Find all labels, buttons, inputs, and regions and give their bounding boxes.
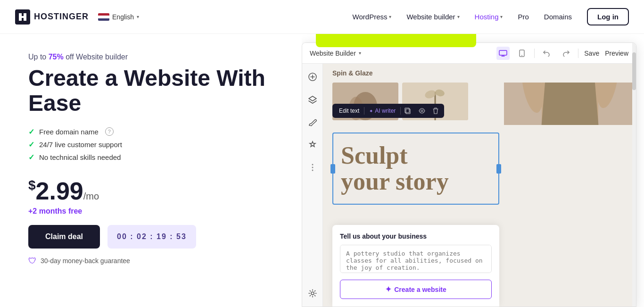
check-icon-2: ✓ bbox=[28, 140, 34, 149]
layers-tool[interactable] bbox=[305, 92, 320, 107]
hosting-chevron-icon: ▾ bbox=[500, 14, 503, 19]
login-button[interactable]: Log in bbox=[587, 8, 629, 25]
svg-point-8 bbox=[312, 170, 313, 171]
builder-dropdown-label: Website Builder bbox=[310, 50, 356, 57]
guarantee-row: 🛡 30-day money-back guarantee bbox=[28, 256, 273, 266]
settings-tool[interactable] bbox=[305, 286, 320, 301]
undo-icon[interactable] bbox=[540, 47, 553, 60]
svg-point-7 bbox=[312, 167, 313, 168]
hero-section: Up to 75% off Website builder Create a W… bbox=[0, 34, 302, 307]
desktop-view-icon[interactable] bbox=[496, 47, 510, 60]
help-icon[interactable]: ? bbox=[105, 127, 114, 136]
ai-tool[interactable] bbox=[305, 137, 320, 152]
toolbar-divider-2 bbox=[578, 49, 578, 58]
pricing-row: $2.99/mo bbox=[28, 179, 273, 203]
price-per: /mo bbox=[83, 191, 99, 201]
edit-toolbar: Edit text ✦ AI writer bbox=[332, 104, 444, 118]
builder-sidebar bbox=[302, 64, 323, 307]
builder-window: Website Builder ▾ bbox=[302, 42, 636, 307]
hero-title: Create a Website With Ease bbox=[28, 66, 273, 116]
lang-chevron-icon: ▾ bbox=[137, 14, 139, 19]
price-display: $2.99/mo bbox=[28, 177, 99, 205]
language-label: English bbox=[112, 13, 134, 21]
site-name: Spin & Glaze bbox=[323, 64, 636, 83]
feature-item-support: ✓ 24/7 live customer support bbox=[28, 140, 273, 149]
claim-deal-button[interactable]: Claim deal bbox=[28, 225, 100, 249]
preview-button[interactable]: Preview bbox=[605, 50, 628, 57]
ai-form: Tell us about your business ✦ Create a w… bbox=[332, 225, 499, 307]
promo-text: Up to 75% off Website builder bbox=[28, 53, 273, 61]
logo-text: HOSTINGER bbox=[34, 12, 89, 22]
svg-marker-5 bbox=[309, 96, 316, 101]
ai-star-icon: ✦ bbox=[385, 285, 391, 294]
header: HOSTINGER English ▾ WordPress ▾ Website … bbox=[0, 0, 644, 34]
copy-icon[interactable] bbox=[401, 104, 415, 118]
language-selector[interactable]: English ▾ bbox=[98, 13, 139, 21]
add-element-tool[interactable] bbox=[305, 69, 320, 84]
canvas-images-row: Edit text ✦ AI writer bbox=[323, 83, 636, 125]
bonus-text: +2 months free bbox=[28, 207, 273, 216]
resize-handle-left[interactable] bbox=[330, 164, 335, 174]
person-silhouette bbox=[504, 83, 636, 125]
nav-item-website-builder[interactable]: Website builder ▾ bbox=[406, 13, 459, 21]
nav-item-wordpress[interactable]: WordPress ▾ bbox=[353, 13, 392, 21]
delete-icon[interactable] bbox=[429, 104, 442, 118]
ai-writer-button[interactable]: ✦ AI writer bbox=[364, 104, 400, 118]
price-amount: 2.99 bbox=[36, 177, 83, 205]
wordpress-chevron-icon: ▾ bbox=[389, 14, 391, 19]
svg-point-3 bbox=[521, 55, 522, 56]
logo-icon bbox=[15, 9, 30, 25]
nav-item-hosting[interactable]: Hosting ▾ bbox=[475, 13, 503, 21]
resize-handle-right[interactable] bbox=[496, 164, 501, 174]
ai-form-input[interactable] bbox=[340, 245, 492, 273]
cta-row: Claim deal 00 : 02 : 19 : 53 bbox=[28, 225, 273, 249]
website-builder-chevron-icon: ▾ bbox=[457, 14, 460, 19]
header-left: HOSTINGER English ▾ bbox=[15, 9, 139, 25]
create-website-button[interactable]: ✦ Create a website bbox=[340, 280, 492, 299]
ai-form-title: Tell us about your business bbox=[340, 232, 492, 240]
feature-label-2: 24/7 live customer support bbox=[39, 141, 122, 149]
price-dollar: $ bbox=[28, 178, 36, 192]
toolbar-right: Save Preview bbox=[496, 47, 628, 60]
more-tool[interactable] bbox=[305, 160, 320, 175]
edit-text-button[interactable]: Edit text bbox=[334, 104, 364, 118]
scrollbar-thumb[interactable] bbox=[632, 52, 636, 90]
feature-item-domain: ✓ Free domain name ? bbox=[28, 127, 273, 136]
green-accent-bar bbox=[316, 34, 476, 47]
guarantee-text: 30-day money-back guarantee bbox=[41, 257, 130, 265]
countdown-timer: 00 : 02 : 19 : 53 bbox=[107, 225, 196, 249]
svg-point-19 bbox=[421, 110, 423, 112]
svg-point-6 bbox=[312, 164, 313, 166]
feature-label-1: Free domain name bbox=[39, 128, 99, 136]
logo[interactable]: HOSTINGER bbox=[15, 9, 89, 25]
check-icon-3: ✓ bbox=[28, 153, 34, 162]
svg-rect-1 bbox=[499, 50, 507, 55]
main-nav: WordPress ▾ Website builder ▾ Hosting ▾ … bbox=[353, 8, 629, 25]
mobile-view-icon[interactable] bbox=[515, 47, 528, 60]
canvas-person-photo bbox=[504, 83, 636, 125]
redo-icon[interactable] bbox=[559, 47, 572, 60]
nav-item-domains[interactable]: Domains bbox=[544, 13, 572, 21]
builder-dropdown[interactable]: Website Builder ▾ bbox=[310, 50, 361, 57]
builder-dropdown-chevron-icon: ▾ bbox=[359, 50, 361, 56]
selected-text-block[interactable]: Sculptyour story bbox=[332, 133, 499, 205]
shield-icon: 🛡 bbox=[28, 256, 37, 266]
builder-preview-section: Website Builder ▾ bbox=[302, 34, 644, 307]
builder-canvas: Spin & Glaze Edit text bbox=[323, 64, 636, 307]
builder-body: Spin & Glaze Edit text bbox=[302, 64, 636, 307]
create-website-label: Create a website bbox=[394, 286, 446, 293]
hero-text-display: Sculptyour story bbox=[341, 143, 491, 194]
save-button[interactable]: Save bbox=[584, 50, 599, 57]
main-content: Up to 75% off Website builder Create a W… bbox=[0, 34, 644, 307]
scrollbar[interactable] bbox=[632, 43, 636, 307]
eye-icon[interactable] bbox=[415, 104, 429, 118]
feature-item-skills: ✓ No technical skills needed bbox=[28, 153, 273, 162]
svg-point-9 bbox=[311, 292, 314, 295]
nav-item-pro[interactable]: Pro bbox=[518, 13, 528, 21]
features-list: ✓ Free domain name ? ✓ 24/7 live custome… bbox=[28, 127, 273, 166]
design-tool[interactable] bbox=[305, 115, 320, 130]
toolbar-divider bbox=[534, 49, 535, 58]
check-icon-1: ✓ bbox=[28, 127, 34, 136]
feature-label-3: No technical skills needed bbox=[39, 153, 121, 161]
flag-icon bbox=[98, 13, 109, 21]
